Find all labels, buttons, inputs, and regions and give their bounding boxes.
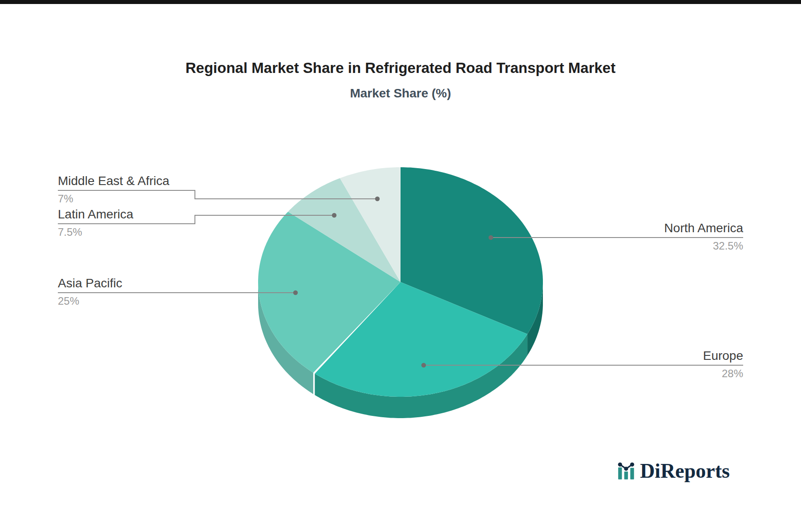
slice-label: Asia Pacific [58,277,122,290]
slice-value: 25% [58,296,122,306]
slice-label: Middle East & Africa [58,174,170,188]
direports-logo: DiReports [617,461,730,481]
label-block-asia-pacific: Asia Pacific 25% [58,277,122,306]
slice-value: 7% [58,193,170,204]
slice-label: Latin America [58,208,134,221]
direports-logo-mark-icon [617,461,636,481]
slice-label: Europe [703,349,743,363]
label-block-north-america: North America 32.5% [664,222,743,251]
slice-value: 7.5% [58,227,134,238]
leader-dot-asia-pacific [293,290,298,295]
slice-value: 28% [703,368,743,379]
label-block-europe: Europe 28% [703,349,743,379]
direports-logo-text: DiReports [640,461,730,481]
slice-value: 32.5% [664,241,743,251]
label-block-middle-east-africa: Middle East & Africa 7% [58,174,170,204]
slice-label: North America [664,222,743,235]
leader-dot-north-america [489,235,493,240]
leader-dot-europe [421,363,426,367]
label-block-latin-america: Latin America 7.5% [58,208,134,238]
pie-chart-svg [0,0,801,532]
leader-dot-latin-america [332,213,336,218]
leader-dot-middle-east-africa [375,197,380,201]
